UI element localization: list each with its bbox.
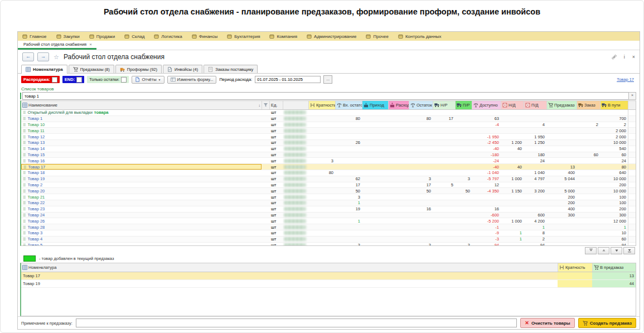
menu-item[interactable]: Логистика [154,34,182,39]
preorder-qty-header[interactable]: В предзаказ [592,263,636,272]
scroll-up-button[interactable] [598,247,609,254]
table-row[interactable]: ☰Товар 15шт-1801806060 [21,152,636,158]
menu-item[interactable]: Склад [124,34,144,39]
product-name-cell[interactable]: ☰Товар 19 [21,176,262,182]
sale-toggle[interactable]: Распродажа: [21,76,60,83]
column-header-vh[interactable]: Вх. остаток [335,101,362,109]
menu-item[interactable]: Главное [22,34,47,39]
table-row[interactable]: ☰Товар 26шт1-5 2001 0004 20012 000 [21,218,636,224]
column-header-prihod[interactable]: Приход [362,101,388,109]
menu-item[interactable]: Финансы [192,34,218,39]
product-name-cell[interactable]: ☰Товар 22 [21,200,262,206]
column-header-pd[interactable]: П/Д [524,101,546,109]
table-row[interactable]: ☰Товар 18шт80-1 0401 040400640 [21,170,636,176]
product-name-cell[interactable]: ☰Товар 17 [21,164,262,170]
search-clear-icon[interactable]: × [628,92,636,100]
product-name-cell[interactable]: ☰Товар 10 [21,122,262,128]
table-row[interactable]: ☰Товар 3шт-91810 [21,230,636,237]
preorder-krat-header[interactable]: Кратность [558,263,592,272]
product-name-cell[interactable]: ☰Товар 14 [21,146,262,152]
subtab[interactable]: Проформы (92) [115,65,162,73]
product-name-cell[interactable]: ☰Товар 18 [21,170,262,176]
table-row[interactable]: ☰Товар 14шт-4040540 [21,146,636,152]
table-row[interactable]: ☰Товар 24шт-600600300300 [21,213,636,219]
filter-column-header[interactable] [262,101,269,109]
sale-checkbox[interactable] [52,77,57,83]
table-row[interactable]: ☰Товар 10шт-4422 [21,122,636,128]
product-name-cell[interactable]: ☰Товар 15 [21,152,262,158]
column-header-ostatok[interactable]: Остаток [409,101,433,109]
table-row[interactable]: ☰Товар 19шт6233-5 7971 0004 7975 04410 0… [21,176,636,182]
close-icon[interactable]: × [632,54,635,60]
preorder-name-header[interactable]: Номенклатура [21,263,558,272]
menu-item[interactable]: Администрирование [307,34,356,39]
info-icon[interactable]: i [624,54,625,60]
preorder-row[interactable]: Товар 1713 [21,272,636,280]
end-toggle[interactable]: END: [62,76,84,83]
product-name-cell[interactable]: ☰Товар 24 [21,213,262,218]
table-row[interactable]: ☰Товар 1шт80801763700 [21,116,636,122]
only-stock-toggle[interactable]: Только остатки: [87,76,129,83]
product-name-cell[interactable]: ☰Товар 12 [21,134,262,139]
product-name-cell[interactable]: ☰Товар 13 [21,140,262,146]
scroll-top-button[interactable] [585,247,597,254]
tab-workspace[interactable]: Рабочий стол отдела снабжения × [18,41,96,50]
selected-product-link[interactable]: Товар 17 [617,77,634,82]
menu-item[interactable]: Компания [269,34,297,39]
product-name-cell[interactable]: ☰Товар 1 [21,116,262,122]
tab-close-icon[interactable]: × [89,42,92,47]
period-input[interactable] [255,76,321,83]
product-name-cell[interactable]: ☰Открытый дисплей для выкладки товара [21,110,262,115]
table-row[interactable]: ☰Товар 11шт2 000 [21,128,636,134]
table-row[interactable]: ☰Открытый дисплей для выкладки товарашт [21,110,636,116]
clear-products-button[interactable]: ✕ Очистить товары [520,318,574,328]
column-header-vputi[interactable]: В пути [600,101,628,109]
product-name-cell[interactable]: ☰Товар 28 [21,224,262,230]
menu-item[interactable]: Контроль данных [398,34,442,39]
create-preorder-button[interactable]: Создать предзаказ [578,318,636,328]
column-header-zakaz[interactable]: Заказ [577,101,600,109]
column-header-pr[interactable]: П/Р [455,101,472,109]
reports-button[interactable]: Отчёты ▼ [132,76,164,84]
product-name-cell[interactable]: ☰Товар 20 [21,188,262,194]
change-form-button[interactable]: Изменить форму... [167,76,217,84]
table-row[interactable]: ☰Товар 22шт1200100 [21,200,636,206]
column-header-rashod[interactable]: Расход [388,101,409,109]
forward-button[interactable]: → [37,52,49,61]
table-row[interactable]: ☰Товар 2шт1717512200 [21,182,636,189]
table-row[interactable]: ☰Товар 12шт-1 9501 9502 000 [21,134,636,140]
menu-item[interactable]: Продажи [89,34,115,39]
scroll-down-button[interactable] [611,247,622,254]
preorder-row[interactable]: Товар 1944 [21,280,636,288]
product-name-cell[interactable]: ☰Товар 2 [21,182,262,188]
product-name-cell[interactable]: ☰Товар 5 [21,243,262,245]
product-name-cell[interactable]: ☰Товар 23 [21,206,262,212]
product-name-cell[interactable]: ☰Товар 21 [21,194,262,200]
menu-item[interactable]: Прочее [366,34,389,39]
name-column-header[interactable]: Наименование ↓ [21,101,262,109]
subtab[interactable]: Номенклатура [21,65,67,74]
product-name-cell[interactable]: ☰Товар 26 [21,218,262,224]
favorite-star-icon[interactable]: ☆ [54,54,59,61]
sort-desc-icon[interactable]: ↓ [259,103,261,107]
column-header-nd[interactable]: Н/Д [501,101,524,109]
scroll-bottom-button[interactable] [623,247,635,254]
product-name-cell[interactable]: ☰Товар 11 [21,128,262,133]
table-row[interactable]: ☰Товар 28шт-111 [21,224,636,230]
table-row[interactable]: ☰Товар 17шт-40401380 [21,164,636,170]
subtab[interactable]: Инвойсы (4) [163,65,202,73]
column-header-dost[interactable]: Доступно [472,101,501,109]
product-name-cell[interactable]: ☰Товар 4 [21,237,262,242]
product-name-cell[interactable]: ☰Товар 3 [21,230,262,236]
product-name-cell[interactable]: ☰Товар 16 [21,158,262,163]
subtab[interactable]: Заказы поставщику [204,65,258,73]
column-header-krat[interactable]: Кратность [308,101,335,109]
link-icon[interactable] [612,55,617,60]
only-stock-checkbox[interactable] [121,77,127,83]
search-input[interactable] [22,92,635,100]
table-row[interactable]: ☰Товар 4шт-31260 [21,237,636,243]
table-row[interactable]: ☰Товар 13шт26-2 4501 2001 25010 000 [21,140,636,146]
note-input[interactable] [76,318,517,327]
unit-column-header[interactable]: Ед. [269,101,283,109]
table-row[interactable]: ☰Товар 5шт333-949494 [21,243,636,245]
